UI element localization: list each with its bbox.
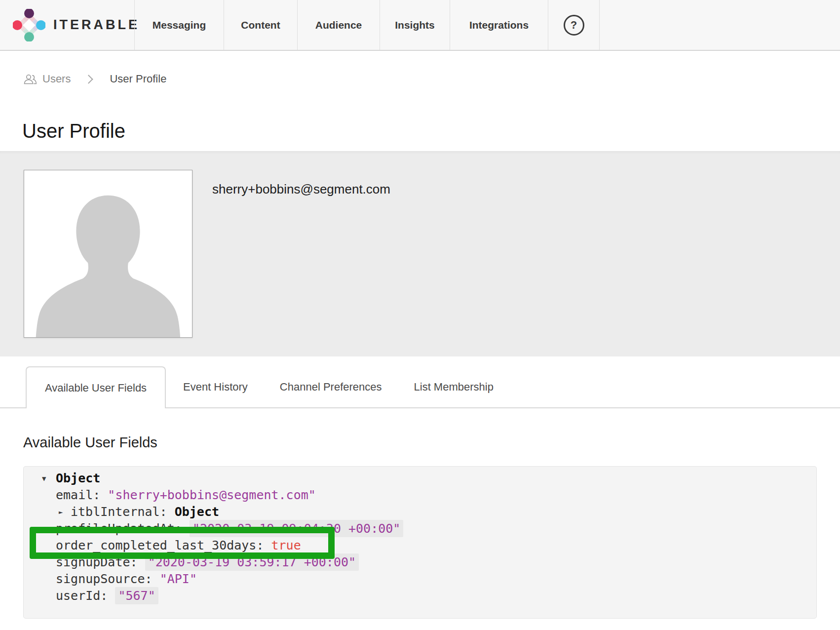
nav-item-messaging[interactable]: Messaging (134, 0, 224, 50)
avatar (24, 170, 192, 338)
field-value: true (271, 538, 301, 552)
nav-item-audience[interactable]: Audience (297, 0, 380, 50)
field-row-profileUpdatedAt: profileUpdatedAt: "2020-03-19 09:04:30 +… (24, 520, 816, 537)
collapse-triangle-icon[interactable]: ▼ (42, 470, 56, 487)
help-button[interactable]: ? (548, 0, 600, 50)
field-key: userId: (56, 589, 115, 603)
field-value: "567" (115, 587, 158, 604)
field-row-order_completed_last_30days: order_completed_last_30days: true (24, 537, 816, 554)
iterable-logo[interactable]: ITERABLE (0, 0, 134, 50)
profile-tabs: Available User FieldsEvent HistoryChanne… (0, 366, 840, 408)
user-email: sherry+bobbins@segment.com (212, 182, 390, 197)
tab-event-history[interactable]: Event History (168, 366, 263, 407)
field-row-userId: userId: "567" (24, 588, 816, 604)
iterable-logo-icon (13, 9, 45, 41)
tab-available-user-fields[interactable]: Available User Fields (26, 366, 166, 408)
field-key: itblInternal: (71, 505, 175, 519)
field-key: profileUpdatedAt: (56, 521, 190, 536)
breadcrumb-users-label: Users (42, 73, 71, 85)
field-row-signupSource: signupSource: "API" (24, 571, 816, 588)
user-fields-panel: ▼Objectemail: "sherry+bobbins@segment.co… (23, 466, 817, 619)
nav-item-integrations[interactable]: Integrations (450, 0, 548, 50)
chevron-right-icon (84, 75, 93, 83)
section-heading: Available User Fields (23, 434, 840, 451)
field-value: "2020-03-19 03:59:17 +00:00" (145, 553, 359, 571)
tab-list-membership[interactable]: List Membership (399, 366, 508, 407)
field-row-email: email: "sherry+bobbins@segment.com" (24, 487, 816, 504)
tab-channel-preferences[interactable]: Channel Preferences (265, 366, 397, 407)
nav-item-content[interactable]: Content (224, 0, 297, 50)
avatar-silhouette-icon (24, 170, 192, 337)
field-key: signupSource: (56, 572, 160, 586)
field-value: "2020-03-19 09:04:30 +00:00" (190, 520, 403, 537)
breadcrumb: Users User Profile (23, 72, 840, 86)
field-row-itblInternal: ►itblInternal: Object (24, 504, 816, 520)
breadcrumb-users-link[interactable]: Users (23, 73, 71, 85)
field-row-signupDate: signupDate: "2020-03-19 03:59:17 +00:00" (24, 554, 816, 571)
help-icon: ? (564, 15, 584, 36)
field-value: "API" (160, 572, 197, 586)
field-key: signupDate: (56, 555, 145, 569)
brand-wordmark: ITERABLE (53, 17, 140, 33)
breadcrumb-current: User Profile (110, 73, 166, 85)
field-key: order_completed_last_30days: (56, 538, 271, 552)
expand-triangle-icon[interactable]: ► (59, 504, 71, 520)
field-row-root: ▼Object (24, 470, 816, 487)
page-title: User Profile (22, 119, 840, 143)
users-icon (23, 74, 38, 84)
field-value: Object (175, 505, 219, 519)
field-value: "sherry+bobbins@segment.com" (108, 488, 315, 502)
field-key: email: (56, 488, 108, 502)
user-profile-hero: sherry+bobbins@segment.com (0, 151, 840, 356)
nav-item-insights[interactable]: Insights (380, 0, 450, 50)
top-nav: ITERABLE MessagingContentAudienceInsight… (0, 0, 840, 51)
root-object-label: Object (56, 471, 100, 485)
